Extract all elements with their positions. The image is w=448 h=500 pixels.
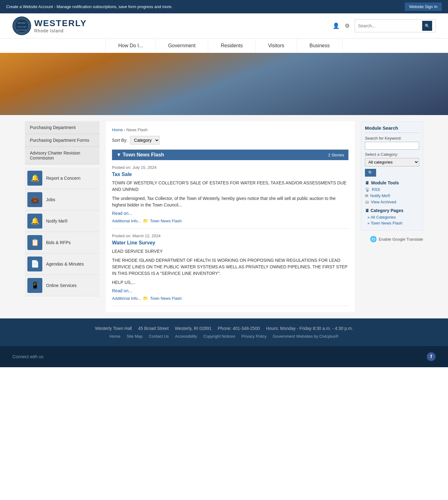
breadcrumb-home[interactable]: Home	[112, 127, 123, 132]
online-services-icon: 📱	[27, 278, 42, 293]
news-item-1: Posted on: July 15, 2024 Tax Sale TOWN O…	[112, 160, 348, 229]
svg-text:INCORPORATED: INCORPORATED	[17, 29, 27, 31]
all-categories-link[interactable]: All Categories	[365, 215, 419, 220]
sidebar-item-report-concern[interactable]: 🔔 Report a Concern	[25, 168, 100, 189]
news-title-1[interactable]: Tax Sale	[112, 172, 348, 177]
news-item-2: Posted on: March 12, 2024 Water Line Sur…	[112, 229, 348, 306]
footer-phone: Phone: 401-348-2500	[218, 326, 260, 331]
folder-icon-1: 📁	[143, 218, 148, 223]
sort-select[interactable]: Category Date Title	[130, 136, 160, 145]
category-select[interactable]: All categories Town News Flash	[365, 158, 419, 166]
svg-text:RHODE ISLAND: RHODE ISLAND	[17, 26, 26, 28]
nav-item-visitors[interactable]: Visitors	[256, 39, 297, 53]
top-bar-suffix: - Manage notification subscriptions, sav…	[54, 4, 173, 9]
sidebar-icons: 🔔 Report a Concern 💼 Jobs 🔔 Notify Me® 📋…	[25, 168, 100, 296]
sidebar-item-bids[interactable]: 📋 Bids & RFPs	[25, 232, 100, 253]
news-readmore-1[interactable]: Read on...	[112, 211, 132, 216]
jobs-icon: 💼	[27, 192, 42, 207]
news-additional-1: Additional Info... 📁 Town News Flash	[112, 218, 348, 223]
sort-row: Sort By: Category Date Title	[112, 136, 348, 145]
sort-label: Sort By:	[112, 138, 128, 143]
top-bar: Create a Website Account - Manage notifi…	[0, 0, 448, 13]
main-content: Purchasing Department Purchasing Departm…	[0, 115, 448, 318]
news-readmore-2[interactable]: Read on...	[112, 288, 132, 293]
category-link-2[interactable]: Town News Flash	[150, 296, 182, 301]
sidebar-item-agendas[interactable]: 📄 Agendas & Minutes	[25, 253, 100, 275]
sidebar-item-purchasing-dept[interactable]: Purchasing Department	[25, 121, 100, 134]
nav-item-business[interactable]: Business	[297, 39, 343, 53]
footer-main: Westerly Town Hall 45 Broad Street Weste…	[0, 318, 448, 346]
search-input[interactable]	[358, 23, 422, 28]
nav-item-government[interactable]: Government	[156, 39, 208, 53]
footer-town-hall: Westerly Town Hall	[95, 326, 132, 331]
notify-me-icon: 🔔	[27, 214, 42, 229]
sidebar-item-notify-me[interactable]: 🔔 Notify Me®	[25, 211, 100, 232]
panel-search-button[interactable]: 🔍	[365, 169, 376, 177]
footer-privacy-link[interactable]: Privacy Policy	[241, 334, 267, 339]
footer-accessibility-link[interactable]: Accessibility	[175, 334, 197, 339]
sign-in-button[interactable]: Website Sign In	[405, 2, 442, 11]
jobs-label: Jobs	[46, 197, 55, 202]
footer-info: Westerly Town Hall 45 Broad Street Weste…	[12, 326, 436, 331]
right-panel: Module Search Search for Keyword: Select…	[361, 121, 423, 312]
news-body-2a: LEAD SERVICE SURVEY	[112, 248, 348, 255]
keyword-input[interactable]	[365, 142, 419, 150]
sidebar-item-purchasing-forms[interactable]: Purchasing Department Forms	[25, 134, 100, 147]
footer-bottom: Connect with us f	[0, 346, 448, 367]
sidebar-item-advisory-charter[interactable]: Advisory Charter Revision Commission	[25, 147, 100, 164]
footer-hours: Hours: Monday - Friday 8:30 a.m. - 4:30 …	[266, 326, 353, 331]
rss-link[interactable]: 📡 RSS	[365, 187, 419, 192]
sidebar-item-online-services[interactable]: 📱 Online Services	[25, 275, 100, 296]
city-seal: WESTERLY RHODE ISLAND INCORPORATED	[12, 16, 31, 35]
footer-address: 45 Broad Street	[138, 326, 169, 331]
breadcrumb: Home › News Flash	[112, 127, 348, 132]
footer-home-link[interactable]: Home	[110, 334, 120, 339]
module-search-title: Module Search	[365, 125, 419, 133]
archive-icon: 🗂	[365, 200, 369, 204]
nav-item-how-do-i[interactable]: How Do I...	[105, 39, 156, 53]
agendas-label: Agendas & Minutes	[46, 262, 84, 266]
logo-text: WESTERLY Rhode Island	[34, 18, 87, 34]
hero-inner	[0, 53, 448, 115]
rss-icon: 📡	[365, 187, 370, 192]
create-account-link[interactable]: Create a Website Account	[6, 4, 53, 9]
category-link-1[interactable]: Town News Flash	[150, 219, 182, 223]
footer-copyright-link[interactable]: Copyright Notices	[203, 334, 235, 339]
footer-contact-link[interactable]: Contact Us	[149, 334, 169, 339]
news-body-2c: HELP US,...	[112, 279, 348, 286]
search-button[interactable]: 🔍	[422, 21, 432, 31]
sidebar: Purchasing Department Purchasing Departm…	[25, 121, 100, 312]
gear-icon[interactable]: ⚙	[343, 21, 352, 30]
envelope-icon: ✉	[365, 193, 368, 198]
user-icon[interactable]: 👤	[332, 21, 340, 30]
category-pages: 🖥 Category Pages All Categories Town New…	[365, 208, 419, 225]
news-body-1a: TOWN OF WESTERLY COLLECTOR'S SALE OF EST…	[112, 180, 348, 193]
hero-image	[0, 53, 448, 115]
view-archived-link[interactable]: 🗂 View Archived	[365, 200, 419, 204]
sidebar-item-jobs[interactable]: 💼 Jobs	[25, 189, 100, 211]
main-nav: How Do I... Government Residents Visitor…	[0, 38, 448, 53]
footer-civicplus-link[interactable]: Government Websites by Civicplus®	[273, 334, 338, 339]
town-news-flash-link[interactable]: Town News Flash	[365, 221, 419, 225]
cat-icon: 🖥	[365, 208, 371, 213]
news-date-1: Posted on: July 15, 2024	[112, 165, 348, 170]
translate-icon: 🌐	[370, 236, 377, 243]
svg-text:WESTERLY: WESTERLY	[17, 22, 26, 24]
agendas-icon: 📄	[27, 257, 42, 271]
city-name: WESTERLY	[34, 18, 87, 29]
facebook-icon[interactable]: f	[427, 352, 436, 361]
additional-info-link-1[interactable]: Additional Info...	[112, 219, 141, 223]
footer-sitemap-link[interactable]: Site Map	[127, 334, 142, 339]
notify-me-link[interactable]: ✉ Notify Me®	[365, 193, 419, 198]
top-bar-message: Create a Website Account - Manage notifi…	[6, 4, 173, 9]
translate-row[interactable]: 🌐 Enable Google Translate	[361, 236, 423, 243]
news-section-title: ▼ Town News Flash	[116, 152, 164, 158]
header-right: 👤 ⚙ 🔍	[332, 19, 436, 32]
logo-area[interactable]: WESTERLY RHODE ISLAND INCORPORATED WESTE…	[12, 16, 87, 35]
additional-info-link-2[interactable]: Additional Info...	[112, 296, 141, 301]
news-title-2[interactable]: Water Line Survey	[112, 240, 348, 246]
state-name: Rhode Island	[34, 28, 87, 34]
online-services-label: Online Services	[46, 283, 77, 288]
nav-item-residents[interactable]: Residents	[208, 39, 255, 53]
report-concern-icon: 🔔	[27, 171, 42, 186]
